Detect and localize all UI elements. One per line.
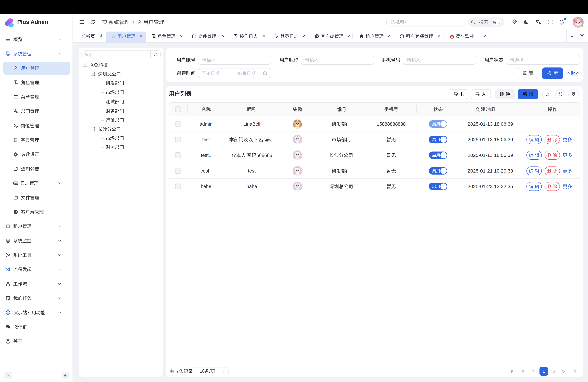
svg-text:redis: redis [450,38,453,39]
svg-text:DEV: DEV [14,183,17,184]
